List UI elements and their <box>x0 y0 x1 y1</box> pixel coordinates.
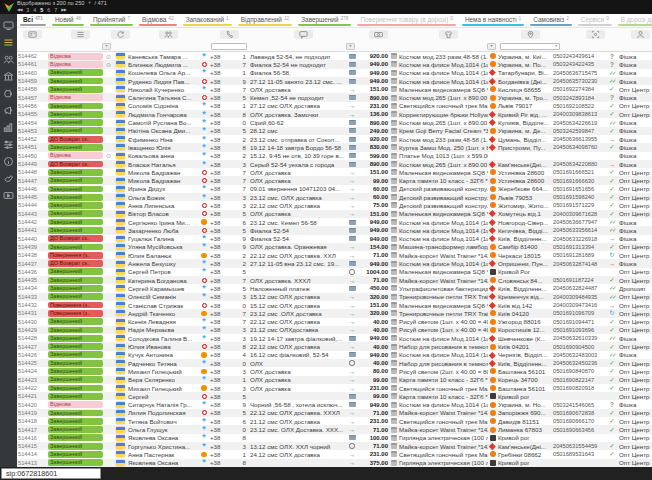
customer-phone[interactable]: +381 <box>209 450 249 458</box>
tab-4[interactable]: Запакований1 <box>180 14 235 27</box>
tab-6[interactable]: Завершений278 <box>295 14 354 27</box>
table-row[interactable]: 514455ЗавершенийЛюдмила Гончарова*+388ОЛ… <box>17 110 652 118</box>
tracking-number[interactable]: 20450636715475 <box>552 69 606 77</box>
tracking-number[interactable]: 20450632874148 <box>552 259 606 267</box>
table-row[interactable]: 514422ЗавершенийМихаил Гилецький+383ОЛХ … <box>17 384 652 392</box>
column-header-sync[interactable] <box>113 28 127 41</box>
customer-phone[interactable]: +383 <box>209 201 249 209</box>
tracking-number[interactable]: 0501691666630 <box>552 176 606 184</box>
customer-phone[interactable]: +382 <box>209 259 249 267</box>
table-row[interactable]: 514445ЗавершенийОльга Божик*+38323.12 см… <box>17 193 652 201</box>
filter-input[interactable]: ▼ <box>500 43 560 50</box>
table-row[interactable]: 514430ЗавершенийКсенія Левадняя*+38722.1… <box>17 318 652 326</box>
sidebar-item-megaphone[interactable] <box>0 102 17 119</box>
column-header-product[interactable] <box>399 28 498 41</box>
table-row[interactable]: 514441ЗавершенийЗахарченко Люба+385Фиалк… <box>17 226 652 234</box>
customer-phone[interactable]: +389 <box>209 400 249 408</box>
table-row[interactable]: 514448ЗавершенийМикола Бадражан+387ОЛХ д… <box>17 168 652 176</box>
table-row[interactable]: 514438Повернення (з..Юлия Баланюк+38222.… <box>17 251 652 259</box>
table-row[interactable]: 514429ЗавершенийНадія Мерзаєва*+38321.12… <box>17 326 652 334</box>
tracking-number[interactable] <box>552 152 606 160</box>
next-page-button[interactable]: ▶▶ <box>61 7 66 14</box>
table-row[interactable]: 514421ЗавершенийСергей+38599.00Карта пам… <box>17 392 652 400</box>
page-number[interactable]: 5 <box>40 7 43 14</box>
customer-phone[interactable]: +386 <box>209 218 249 226</box>
tab-2[interactable]: Прийнятий7 <box>87 14 136 27</box>
tracking-number[interactable]: 20450634226619 <box>552 118 606 126</box>
table-row[interactable]: 514417ЗавершенийОльга Глущук*+38023.12 с… <box>17 425 652 433</box>
column-header-source[interactable] <box>628 28 652 41</box>
customer-phone[interactable]: +388 <box>209 110 249 118</box>
tracking-number[interactable]: 20450636613955 <box>552 135 606 143</box>
table-row[interactable]: 514427ЗавершенийЮлия Иванова+38822.12 см… <box>17 342 652 350</box>
table-row[interactable]: 514420ВідмоваСитарчук Наталія Гр...*+389… <box>17 400 652 408</box>
table-row[interactable]: 514459ЗавершенийРуденко Лидия Пав...+389… <box>17 77 652 85</box>
tracking-number[interactable] <box>552 459 606 467</box>
customer-phone[interactable]: +387 <box>209 85 249 93</box>
tracking-number[interactable]: 20400309473416 <box>552 301 606 309</box>
customer-phone[interactable]: +381 <box>209 102 249 110</box>
customer-phone[interactable]: +385 <box>209 392 249 400</box>
table-row[interactable]: 514442ЗавершенийСергіюнко Ірина Ми...+38… <box>17 218 652 226</box>
customer-phone[interactable]: +389 <box>209 77 249 85</box>
customer-phone[interactable]: +387 <box>209 318 249 326</box>
customer-phone[interactable]: +385 <box>209 210 249 218</box>
page-number[interactable]: 7 <box>54 7 57 14</box>
customer-phone[interactable]: +382 <box>209 152 249 160</box>
tracking-number[interactable]: 0501691651656 <box>552 185 606 193</box>
sidebar-item-orders[interactable] <box>0 34 17 51</box>
prev-page-button[interactable]: ◀◀ <box>17 7 22 14</box>
table-row[interactable]: 514437ДО Возврат ск..Анжела Безушку*+382… <box>17 259 652 267</box>
customer-phone[interactable]: +387 <box>209 185 249 193</box>
tracking-number[interactable]: 20450634098760 <box>552 143 606 151</box>
tab-7[interactable]: Повернення товару (в дорозі)0 <box>354 14 458 27</box>
tracking-number[interactable]: 0501691096709 <box>552 309 606 317</box>
tracking-number[interactable]: 0501691187224 <box>552 276 606 284</box>
tracking-number[interactable]: 0501690820918 <box>552 384 606 392</box>
tracking-number[interactable]: 0501692108522 <box>552 102 606 110</box>
customer-phone[interactable]: +383 <box>209 293 249 301</box>
tracking-number[interactable] <box>552 268 606 276</box>
tracking-number[interactable]: 0501691281689 <box>552 251 606 259</box>
table-row[interactable]: 514451ЗавершенийІващенко Юлія*+38819.12 … <box>17 143 652 151</box>
tracking-number[interactable]: 0501689531643 <box>552 450 606 458</box>
tracking-number[interactable]: 20400309484935 <box>552 293 606 301</box>
table-row[interactable]: 514432Повернення (з..Станіслав Стрижак+3… <box>17 301 652 309</box>
table-row[interactable]: 514457ВідмоваСалегина Татьяна С...+385Ке… <box>17 93 652 101</box>
table-row[interactable]: 514449ДО Возврат ск..Власюк Наталья*+383… <box>17 160 652 168</box>
column-header-phone[interactable] <box>209 28 249 41</box>
tab-9[interactable]: Самовивіз2 <box>527 14 575 27</box>
table-row[interactable]: 514454ЗавершенийСамотій Руслана Во...*+3… <box>17 118 652 126</box>
table-row[interactable]: 514419ЗавершенийЛилия Подолинская+38522.… <box>17 409 652 417</box>
table-row[interactable]: 514447ЗавершенийМикола Бадражан+387ОЛХ д… <box>17 176 652 184</box>
customer-phone[interactable]: +385 <box>209 268 249 276</box>
customer-phone[interactable]: +384 <box>209 351 249 359</box>
table-row[interactable]: 514426ЗавершенийКучук Антонина+38416.12 … <box>17 351 652 359</box>
customer-phone[interactable]: +383 <box>209 334 249 342</box>
table-row[interactable]: 514461Відмова⊙Близнюк Людмила ...+387Фиа… <box>17 60 652 68</box>
tab-8[interactable]: Нема в наявності1 <box>459 14 527 27</box>
sidebar-item-clients[interactable] <box>0 51 17 68</box>
table-row[interactable]: 514423ЗавершенийВера Скляренко*+381ОЛХ д… <box>17 376 652 384</box>
sidebar-item-stats[interactable] <box>0 119 17 136</box>
tracking-number[interactable]: 0503241546065 <box>552 400 606 408</box>
table-row[interactable]: 514453ЗавершенийНікітіна Оксана Дми...*+… <box>17 127 652 135</box>
tracking-number[interactable]: 0501690822147 <box>552 376 606 384</box>
table-row[interactable]: 514413ЗавершенийЯковлева Оксана*+388→375… <box>17 459 652 467</box>
column-header-city[interactable] <box>498 28 562 41</box>
tracking-number[interactable]: 20400309671628 <box>552 210 606 218</box>
page-number[interactable]: 4 <box>33 7 36 14</box>
tab-0[interactable]: Всі471 <box>17 14 49 27</box>
table-row[interactable]: 514415ЗавершенийГоргулько Христина...*+3… <box>17 442 652 450</box>
tracking-number[interactable] <box>552 392 606 400</box>
tracking-number[interactable]: 20400309838613 <box>552 110 606 118</box>
tab-5[interactable]: Відправлений12 <box>235 14 296 27</box>
table-row[interactable]: 514428ЗавершенийСолодкова Галина В...*+3… <box>17 334 652 342</box>
column-header-tracking[interactable] <box>562 28 628 41</box>
tracking-number[interactable]: 0501690904500 <box>552 342 606 350</box>
customer-phone[interactable]: +380 <box>209 425 249 433</box>
table-row[interactable]: 514460ЗавершенийКошелева Ольга Ар...*+38… <box>17 69 652 77</box>
sidebar-item-sliders[interactable] <box>0 136 17 153</box>
customer-phone[interactable]: +389 <box>209 235 249 243</box>
customer-phone[interactable]: +385 <box>209 409 249 417</box>
